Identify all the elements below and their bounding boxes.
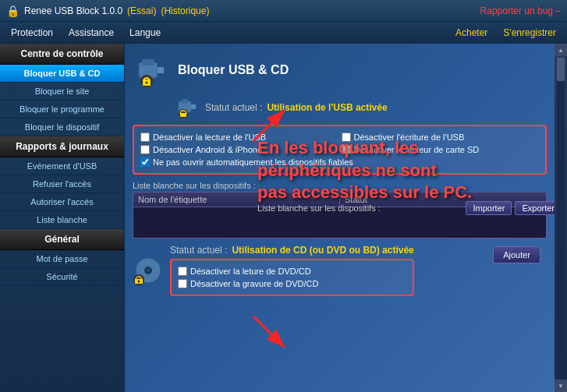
sidebar-item-evenement-usb[interactable]: Evénement d'USB <box>0 157 124 175</box>
svg-rect-7 <box>182 99 188 104</box>
sidebar-item-refuser-acces[interactable]: Refuser l'accès <box>0 175 124 193</box>
scroll-down-button[interactable]: ▼ <box>555 380 567 392</box>
scroll-up-button[interactable]: ▲ <box>555 44 567 56</box>
checkbox-disable-dvd-read[interactable]: Désactiver la leture de DVD/CD <box>178 267 406 276</box>
checkbox-disable-dvd-burn[interactable]: Désactiver la gravure de DVD/CD <box>178 279 406 288</box>
sidebar-item-bloquer-usb[interactable]: Bloquer USB & CD <box>0 65 124 83</box>
content-area: Bloquer USB & CD Statut actuel : Utilisa… <box>125 44 555 392</box>
sidebar-item-liste-blanche[interactable]: Liste blanche <box>0 211 124 229</box>
menu-assistance[interactable]: Assistance <box>61 24 122 41</box>
bug-report[interactable]: Rapporter un bug – <box>480 5 561 16</box>
svg-rect-8 <box>191 104 196 109</box>
whitelist-row-label: Liste blanche sur les dispositifs : <box>257 203 381 213</box>
app-name: Renee USB Block 1.0.0 <box>24 5 122 16</box>
svg-rect-10 <box>180 113 186 117</box>
checkbox-no-autoopen-input[interactable] <box>140 157 150 167</box>
whitelist-devices-label: Liste blanche sur les dispositifs : <box>133 181 256 190</box>
sidebar-item-autoriser-acces[interactable]: Autoriser l'accès <box>0 193 124 211</box>
sidebar-item-bloquer-site[interactable]: Bloquer le site <box>0 83 124 101</box>
checkbox-disable-dvd-read-label: Désactiver la leture de DVD/CD <box>190 267 311 276</box>
svg-point-5 <box>146 82 148 84</box>
scroll-track <box>557 58 565 378</box>
add-button[interactable]: Ajouter <box>493 246 540 263</box>
checkbox-disable-android-label: Désactiver Android & iPhone <box>153 145 262 154</box>
scroll-thumb[interactable] <box>557 58 565 81</box>
scrollbar[interactable]: ▲ ▼ <box>555 44 567 392</box>
export-row-button[interactable]: Exporter <box>515 201 555 215</box>
checkbox-disable-read-input[interactable] <box>140 132 150 142</box>
lock-icon: 🔒 <box>6 5 19 17</box>
checkbox-disable-dvd-read-input[interactable] <box>178 267 187 276</box>
menu-acheter[interactable]: Acheter <box>448 24 495 41</box>
usb-section-header: Bloquer USB & CD <box>133 51 547 89</box>
menu-senregistrer[interactable]: S'enregistrer <box>495 24 564 41</box>
arrow-down <box>246 309 292 358</box>
cd-options-panel: Désactiver la leture de DVD/CD Désactive… <box>170 259 414 296</box>
sidebar-item-securite[interactable]: Sécurité <box>0 268 124 286</box>
usb-icon <box>133 51 170 89</box>
checkbox-disable-android-input[interactable] <box>140 145 150 154</box>
overlay-text-line1: En les bloquant, les <box>257 137 472 160</box>
main-layout: Centre de contrôle Bloquer USB & CD Bloq… <box>0 44 567 392</box>
checkbox-disable-dvd-burn-input[interactable] <box>178 279 187 288</box>
cd-status-value: Utilisation de CD (ou DVD ou BD) activée <box>232 245 413 256</box>
usb-small-icon <box>175 95 200 120</box>
checkbox-disable-dvd-burn-label: Désactiver la gravure de DVD/CD <box>190 279 318 288</box>
title-left: 🔒 Renee USB Block 1.0.0 (Essai) (Histori… <box>6 5 209 17</box>
menu-bar: Protection Assistance Langue Acheter S'e… <box>0 22 567 44</box>
sidebar: Centre de contrôle Bloquer USB & CD Bloq… <box>0 44 125 392</box>
sidebar-section-reports: Rapports & journaux <box>0 136 124 157</box>
sidebar-item-bloquer-dispositif[interactable]: Bloquer le dispositif <box>0 118 124 136</box>
usb-status-value: Utilisation de l'USB activée <box>267 102 387 113</box>
whitelist-label-text: Liste blanche sur les dispositifs : <box>133 181 256 190</box>
cd-icon <box>133 255 164 286</box>
checkbox-disable-read-label: Désactiver la lecture de l'USB <box>153 132 266 142</box>
title-bar: 🔒 Renee USB Block 1.0.0 (Essai) (Histori… <box>0 0 567 22</box>
history-label[interactable]: (Historique) <box>161 5 209 16</box>
menu-protection[interactable]: Protection <box>3 24 61 41</box>
overlay-text-line2: périphériques ne sont <box>257 160 472 182</box>
svg-point-13 <box>147 269 150 272</box>
sidebar-item-mot-de-passe[interactable]: Mot de passe <box>0 250 124 268</box>
whitelist-row-btns: Importer Exporter <box>466 201 555 215</box>
svg-line-20 <box>253 316 285 348</box>
sidebar-section-general: Général <box>0 229 124 250</box>
cd-status-label: Statut actuel : <box>170 245 227 256</box>
overlay-message: En les bloquant, les périphériques ne so… <box>257 137 472 204</box>
import-row-button[interactable]: Importer <box>466 201 512 215</box>
sidebar-item-bloquer-programme[interactable]: Bloquer le programme <box>0 101 124 118</box>
trial-label: (Essai) <box>127 5 156 16</box>
usb-status-label: Statut actuel : <box>205 102 262 113</box>
overlay-text-line3: pas accessibles sur le PC. <box>257 182 472 204</box>
menu-langue[interactable]: Langue <box>122 24 168 41</box>
usb-section-title: Bloquer USB & CD <box>178 63 289 77</box>
svg-point-16 <box>138 281 140 283</box>
sidebar-section-control: Centre de contrôle <box>0 44 124 65</box>
svg-rect-2 <box>158 67 164 73</box>
svg-rect-1 <box>142 59 154 65</box>
